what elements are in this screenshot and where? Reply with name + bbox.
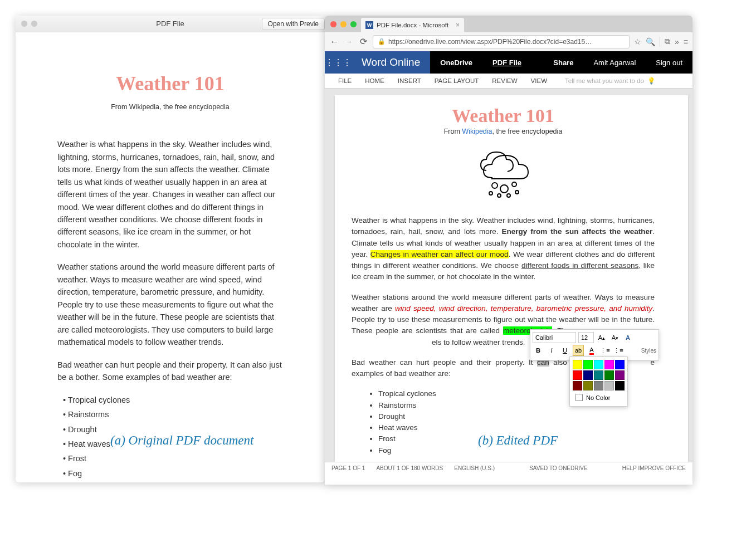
list-item: Heat waves bbox=[378, 422, 655, 433]
mac-minimize-button[interactable] bbox=[340, 21, 347, 27]
highlighted-text: Changes in weather can affect our mood bbox=[370, 250, 509, 258]
tab-title: PDF File.docx - Microsoft bbox=[377, 22, 448, 28]
browser-tab[interactable]: W PDF File.docx - Microsoft × bbox=[361, 18, 464, 32]
back-button[interactable]: ← bbox=[329, 37, 339, 47]
filename-link[interactable]: PDF File bbox=[482, 51, 531, 74]
search-icon[interactable]: 🔍 bbox=[646, 37, 655, 46]
tab-close-icon[interactable]: × bbox=[456, 21, 460, 29]
color-swatch[interactable] bbox=[573, 370, 582, 380]
annotation-a: (a) Original PDF document bbox=[110, 433, 253, 448]
forward-button[interactable]: → bbox=[344, 37, 354, 47]
status-language[interactable]: ENGLISH (U.S.) bbox=[454, 465, 495, 471]
ribbon-tab-file[interactable]: FILE bbox=[331, 74, 358, 89]
status-help[interactable]: HELP IMPROVE OFFICE bbox=[622, 465, 686, 471]
color-swatch[interactable] bbox=[604, 370, 614, 380]
status-page[interactable]: PAGE 1 OF 1 bbox=[331, 465, 365, 471]
font-size-input[interactable] bbox=[578, 332, 594, 343]
color-swatch[interactable] bbox=[573, 381, 582, 390]
list-item: Frost bbox=[63, 452, 283, 465]
separator bbox=[660, 37, 660, 47]
pdf-subtitle: From Wikipedia, the free encyclopedia bbox=[57, 102, 283, 113]
color-swatch[interactable] bbox=[615, 360, 625, 369]
tell-me-input[interactable]: Tell me what you want to do 💡 bbox=[565, 77, 692, 85]
ribbon-tab-pagelayout[interactable]: PAGE LAYOUT bbox=[428, 74, 485, 89]
color-swatch[interactable] bbox=[583, 381, 593, 390]
color-swatch[interactable] bbox=[594, 370, 603, 380]
ribbon-tab-home[interactable]: HOME bbox=[358, 74, 391, 89]
cloud-illustration bbox=[352, 145, 655, 203]
doc-paragraph-1: Weather is what happens in the sky. Weat… bbox=[352, 215, 655, 283]
status-words[interactable]: ABOUT 1 OF 180 WORDS bbox=[376, 465, 443, 471]
word-page[interactable]: Weather 101 From Wikipedia, the free enc… bbox=[335, 95, 688, 462]
user-name[interactable]: Amit Agarwal bbox=[583, 51, 646, 74]
pdf-paragraph-1: Weather is what happens in the sky. Weat… bbox=[57, 138, 283, 251]
highlight-button[interactable]: ab bbox=[573, 345, 584, 356]
address-bar[interactable]: 🔒 https://onedrive.live.com/view.aspx/PD… bbox=[373, 35, 630, 48]
bullets-button[interactable]: ⋮≡ bbox=[599, 345, 611, 356]
word-favicon-icon: W bbox=[365, 21, 373, 29]
svg-point-1 bbox=[500, 185, 508, 193]
status-saved: SAVED TO ONEDRIVE bbox=[529, 465, 587, 471]
share-button[interactable]: Share bbox=[543, 51, 583, 74]
color-swatch[interactable] bbox=[583, 370, 593, 380]
ribbon-tab-insert[interactable]: INSERT bbox=[391, 74, 428, 89]
color-swatch[interactable] bbox=[615, 370, 625, 380]
open-with-preview-button[interactable]: Open with Previe bbox=[262, 18, 325, 30]
color-swatch[interactable] bbox=[594, 360, 603, 369]
color-swatch[interactable] bbox=[594, 381, 603, 390]
ribbon-tab-review[interactable]: REVIEW bbox=[485, 74, 524, 89]
app-launcher-icon[interactable]: ⋮⋮⋮ bbox=[325, 51, 352, 74]
font-family-input[interactable] bbox=[533, 332, 576, 343]
svg-point-3 bbox=[489, 192, 492, 195]
star-icon[interactable]: ☆ bbox=[634, 37, 641, 46]
ribbon-tab-view[interactable]: VIEW bbox=[524, 74, 554, 89]
lock-icon: 🔒 bbox=[378, 38, 386, 45]
list-item: Tornadoes bbox=[63, 482, 283, 482]
highlight-color-picker[interactable]: No Color bbox=[569, 356, 628, 407]
onedrive-link[interactable]: OneDrive bbox=[430, 51, 482, 74]
styles-button[interactable]: A bbox=[623, 332, 633, 343]
more-icon[interactable]: » bbox=[675, 37, 679, 46]
list-item: Drought bbox=[378, 411, 655, 422]
italic-button[interactable]: I bbox=[546, 345, 557, 356]
grow-font-button[interactable]: A▴ bbox=[596, 332, 607, 343]
sign-out-link[interactable]: Sign out bbox=[646, 51, 692, 74]
styles-label[interactable]: Styles bbox=[641, 348, 656, 354]
list-item: Tropical cyclones bbox=[63, 394, 283, 406]
color-swatch[interactable] bbox=[604, 381, 614, 390]
bold-button[interactable]: B bbox=[533, 345, 544, 356]
list-item: Fog bbox=[63, 467, 283, 480]
no-color-option[interactable]: No Color bbox=[572, 391, 625, 404]
reload-button[interactable]: ⟳ bbox=[358, 37, 368, 47]
color-swatch[interactable] bbox=[573, 360, 582, 369]
extension-icon[interactable]: ⧉ bbox=[665, 37, 670, 46]
url-text: https://onedrive.live.com/view.aspx/PDF%… bbox=[388, 38, 592, 46]
color-swatch[interactable] bbox=[604, 360, 614, 369]
numbering-button[interactable]: ⋮≡ bbox=[613, 345, 624, 356]
color-swatch[interactable] bbox=[583, 360, 593, 369]
no-color-swatch bbox=[575, 394, 583, 401]
mac-close-button[interactable] bbox=[330, 21, 336, 27]
mac-close-button[interactable] bbox=[21, 21, 27, 27]
word-online-header: ⋮⋮⋮ Word Online OneDrive PDF File Share … bbox=[325, 51, 692, 74]
chrome-window: W PDF File.docx - Microsoft × ← → ⟳ 🔒 ht… bbox=[325, 16, 692, 485]
word-status-bar: PAGE 1 OF 1 ABOUT 1 OF 180 WORDS ENGLISH… bbox=[325, 462, 692, 474]
svg-point-4 bbox=[498, 194, 501, 197]
font-color-button[interactable]: A bbox=[586, 345, 597, 356]
mac-minimize-button[interactable] bbox=[31, 21, 37, 27]
shrink-font-button[interactable]: A▾ bbox=[609, 332, 621, 343]
underline-button[interactable]: U bbox=[559, 345, 570, 356]
doc-subtitle: From Wikipedia, the free encyclopedia bbox=[352, 128, 655, 135]
svg-point-6 bbox=[515, 191, 519, 194]
lightbulb-icon: 💡 bbox=[647, 77, 655, 85]
color-swatch[interactable] bbox=[615, 381, 625, 390]
svg-point-5 bbox=[507, 194, 510, 197]
pdf-title: Weather 101 bbox=[57, 69, 283, 100]
mini-format-toolbar[interactable]: A▴ A▾ A B I U ab A ⋮≡ ⋮≡ Styles bbox=[530, 329, 659, 360]
mac-preview-window: PDF File Open with Previe Weather 101 Fr… bbox=[16, 16, 325, 482]
wikipedia-link[interactable]: Wikipedia bbox=[462, 128, 492, 135]
svg-point-2 bbox=[512, 182, 516, 187]
mac-zoom-button[interactable] bbox=[350, 21, 357, 27]
menu-icon[interactable]: ≡ bbox=[684, 37, 688, 46]
pdf-paragraph-3: Bad weather can hurt people and their pr… bbox=[57, 359, 283, 384]
